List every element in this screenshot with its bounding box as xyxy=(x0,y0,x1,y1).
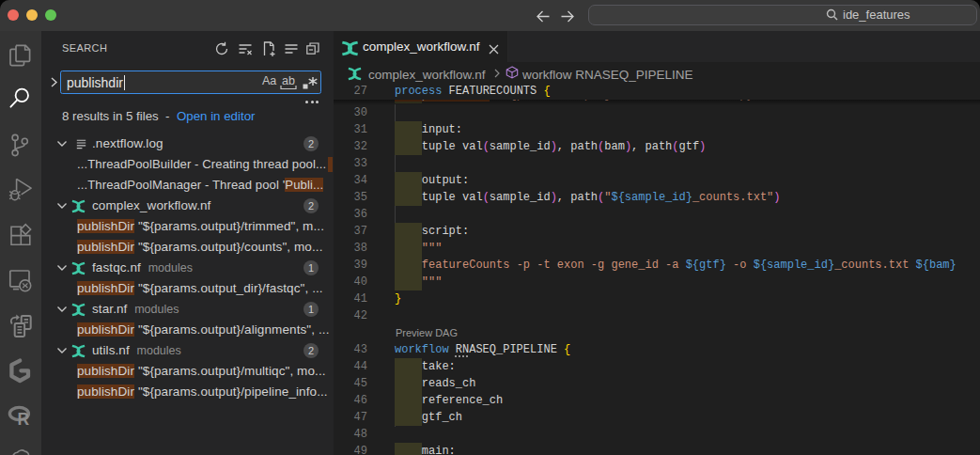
svg-text:R: R xyxy=(17,410,29,429)
